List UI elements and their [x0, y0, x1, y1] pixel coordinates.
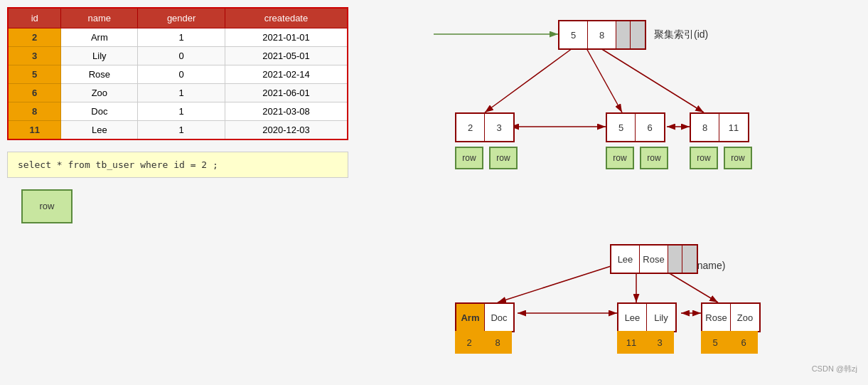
sc-cell-lily: Lily	[647, 304, 675, 331]
table-row: 6 Zoo 1 2021-06-01	[8, 84, 348, 102]
secondary-right-node: Rose Zoo	[701, 302, 761, 332]
middle-right-node: 8 11	[690, 112, 749, 142]
leaf-mc-1: row	[606, 147, 634, 169]
mc-cell-5: 5	[607, 114, 636, 141]
srn-id-6: 6	[729, 331, 758, 354]
sr-cell-lee: Lee	[611, 246, 640, 273]
main-container: id name gender createdate 2 Arm 1 2021-0…	[0, 0, 868, 385]
mr-cell-11: 11	[719, 114, 748, 141]
cell-id: 11	[8, 121, 61, 140]
cell-createdate: 2021-05-01	[225, 47, 348, 65]
table-row: 11 Lee 1 2020-12-03	[8, 121, 348, 140]
cell-createdate: 2021-01-01	[225, 28, 348, 47]
cell-id: 5	[8, 65, 61, 84]
root-node: 5 8	[558, 20, 646, 50]
svg-line-8	[498, 262, 624, 302]
cell-id: 3	[8, 47, 61, 65]
result-row-box: row	[21, 189, 73, 223]
srn-cell-zoo: Zoo	[731, 304, 759, 331]
cell-gender: 1	[138, 121, 225, 140]
cell-createdate: 2021-03-08	[225, 102, 348, 121]
col-header-createdate: createdate	[225, 8, 348, 28]
col-header-id: id	[8, 8, 61, 28]
cell-gender: 0	[138, 47, 225, 65]
srn-id-5: 5	[701, 331, 729, 354]
leaf-ml-2: row	[489, 147, 518, 169]
cell-id: 2	[8, 28, 61, 47]
sc-id-row: 11 3	[617, 331, 674, 354]
left-panel: id name gender createdate 2 Arm 1 2021-0…	[7, 7, 419, 378]
mc-cell-6: 6	[636, 114, 664, 141]
cell-name: Lee	[61, 121, 138, 140]
cell-name: Arm	[61, 28, 138, 47]
leaf-ml-1: row	[455, 147, 483, 169]
sl-id-8: 8	[483, 331, 512, 354]
ml-cell-2: 2	[456, 114, 485, 141]
sc-id-3: 3	[645, 331, 674, 354]
root-cell-8: 8	[588, 21, 616, 48]
col-header-gender: gender	[138, 8, 225, 28]
svg-line-3	[485, 48, 572, 112]
root-cell-grey2	[631, 21, 645, 48]
cell-id: 6	[8, 84, 61, 102]
middle-left-node: 2 3	[455, 112, 515, 142]
right-panel: 聚集索引(id) 5 8 2 3 row row 5 6 row row 8 1…	[434, 7, 861, 378]
svg-line-4	[586, 48, 622, 112]
watermark: CSDN @韩zj	[812, 364, 857, 374]
cell-name: Doc	[61, 102, 138, 121]
root-cell-grey1	[616, 21, 631, 48]
sql-box: select * from tb_user where id = 2 ;	[7, 152, 348, 178]
database-table: id name gender createdate 2 Arm 1 2021-0…	[7, 7, 348, 140]
cell-createdate: 2021-06-01	[225, 84, 348, 102]
secondary-center-node: Lee Lily	[617, 302, 677, 332]
root-cell-5: 5	[559, 21, 588, 48]
clustered-index-label: 聚集索引(id)	[654, 28, 708, 41]
leaf-mr-1: row	[690, 147, 718, 169]
sl-id-row: 2 8	[455, 331, 512, 354]
svg-line-5	[601, 48, 704, 112]
cell-name: Zoo	[61, 84, 138, 102]
ml-cell-3: 3	[485, 114, 513, 141]
sc-id-11: 11	[617, 331, 645, 354]
cell-gender: 0	[138, 65, 225, 84]
table-row: 2 Arm 1 2021-01-01	[8, 28, 348, 47]
cell-name: Rose	[61, 65, 138, 84]
col-header-name: name	[61, 8, 138, 28]
sl-cell-arm: Arm	[456, 304, 485, 331]
leaf-mr-2: row	[724, 147, 752, 169]
sr-cell-rose: Rose	[640, 246, 668, 273]
sc-cell-lee: Lee	[618, 304, 647, 331]
table-row: 3 Lily 0 2021-05-01	[8, 47, 348, 65]
cell-createdate: 2021-02-14	[225, 65, 348, 84]
srn-cell-rose: Rose	[702, 304, 731, 331]
cell-createdate: 2020-12-03	[225, 121, 348, 140]
cell-gender: 1	[138, 102, 225, 121]
secondary-root-node: Lee Rose	[610, 244, 698, 274]
secondary-left-node: Arm Doc	[455, 302, 515, 332]
middle-center-node: 5 6	[606, 112, 665, 142]
sr-grey1	[668, 246, 682, 273]
cell-gender: 1	[138, 28, 225, 47]
cell-gender: 1	[138, 84, 225, 102]
mr-cell-8: 8	[691, 114, 719, 141]
table-row: 5 Rose 0 2021-02-14	[8, 65, 348, 84]
sql-text: select * from tb_user where id = 2 ;	[18, 159, 218, 170]
sr-grey2	[682, 246, 697, 273]
sl-id-2: 2	[455, 331, 483, 354]
cell-name: Lily	[61, 47, 138, 65]
srn-id-row: 5 6	[701, 331, 758, 354]
table-row: 8 Doc 1 2021-03-08	[8, 102, 348, 121]
sl-cell-doc: Doc	[485, 304, 513, 331]
cell-id: 8	[8, 102, 61, 121]
leaf-mc-2: row	[640, 147, 668, 169]
